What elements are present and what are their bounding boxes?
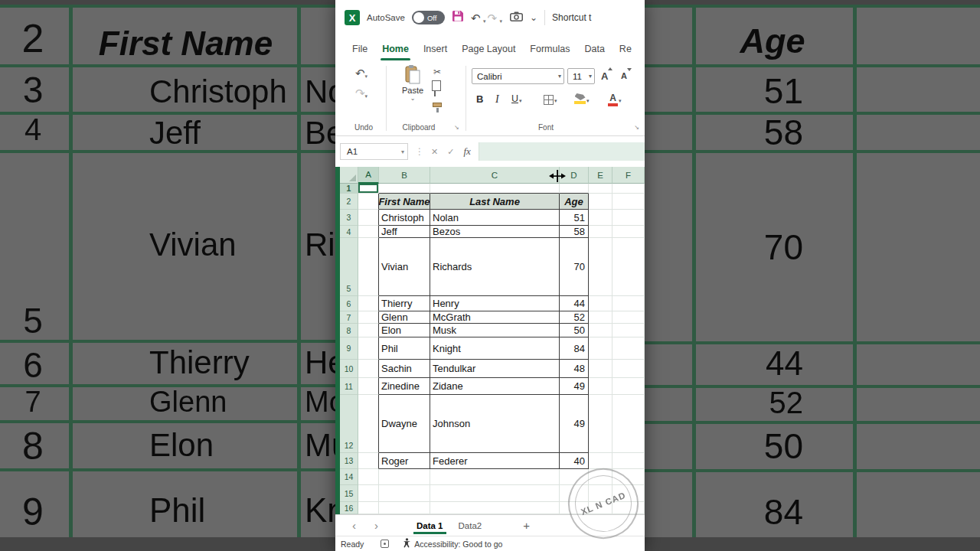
- cell-A14[interactable]: [358, 469, 379, 485]
- cell-E8[interactable]: [589, 324, 612, 337]
- increase-font-size-button[interactable]: A: [601, 70, 608, 82]
- column-header-A[interactable]: A: [358, 167, 379, 184]
- cell-B10[interactable]: Sachin: [379, 360, 430, 378]
- cell-A10[interactable]: [358, 360, 379, 378]
- tab-data[interactable]: Data: [584, 44, 604, 54]
- cell-D7[interactable]: 52: [560, 311, 589, 324]
- cell-B4[interactable]: Jeff: [379, 226, 430, 238]
- cell-C1[interactable]: [430, 184, 560, 194]
- row-header-9[interactable]: 9: [340, 337, 358, 360]
- cell-F10[interactable]: [612, 360, 645, 378]
- cut-icon[interactable]: ✂: [433, 67, 441, 77]
- row-header-6[interactable]: 6: [340, 296, 358, 311]
- cell-F4[interactable]: [612, 226, 645, 238]
- column-header-B[interactable]: B: [379, 167, 430, 184]
- cell-D14[interactable]: [560, 469, 589, 485]
- clipboard-dialog-launcher-icon[interactable]: ↘: [454, 124, 459, 131]
- shortcut-button[interactable]: Shortcut t: [552, 12, 591, 23]
- autosave-toggle[interactable]: Off: [412, 11, 445, 24]
- row-header-8[interactable]: 8: [340, 324, 358, 337]
- cell-B5[interactable]: Vivian: [379, 238, 430, 296]
- cell-E1[interactable]: [589, 184, 612, 194]
- enter-icon[interactable]: ✓: [447, 147, 454, 157]
- cell-C4[interactable]: Bezos: [430, 226, 560, 238]
- cell-F11[interactable]: [612, 378, 645, 395]
- cell-A13[interactable]: [358, 453, 379, 469]
- tab-formulas[interactable]: Formulas: [530, 44, 570, 54]
- cell-B1[interactable]: [379, 184, 430, 194]
- customize-toolbar-chevron-icon[interactable]: ⌄: [530, 12, 537, 23]
- cell-F13[interactable]: [612, 453, 645, 469]
- prev-sheet-icon[interactable]: ‹: [352, 520, 356, 531]
- formula-input[interactable]: [479, 142, 645, 161]
- cell-E6[interactable]: [589, 296, 612, 311]
- cell-A8[interactable]: [358, 324, 379, 337]
- cell-C7[interactable]: McGrath: [430, 311, 560, 324]
- tab-page-layout[interactable]: Page Layout: [462, 44, 515, 54]
- cell-A1[interactable]: [358, 184, 379, 194]
- cell-E4[interactable]: [589, 226, 612, 238]
- cell-E13[interactable]: [589, 453, 612, 469]
- row-header-10[interactable]: 10: [340, 360, 358, 378]
- cell-C2[interactable]: Last Name: [430, 194, 560, 210]
- cell-C9[interactable]: Knight: [430, 337, 560, 360]
- cell-D15[interactable]: [560, 485, 589, 502]
- macro-record-icon[interactable]: [381, 540, 389, 548]
- cell-B2[interactable]: First Name: [379, 194, 430, 210]
- cell-A9[interactable]: [358, 337, 379, 360]
- cell-A7[interactable]: [358, 311, 379, 324]
- fill-color-button[interactable]: ▾: [574, 93, 590, 110]
- tab-review[interactable]: Re: [619, 44, 632, 54]
- cell-A6[interactable]: [358, 296, 379, 311]
- cell-D6[interactable]: 44: [560, 296, 589, 311]
- cell-C11[interactable]: Zidane: [430, 378, 560, 395]
- cell-B15[interactable]: [379, 485, 430, 502]
- format-painter-icon[interactable]: [433, 99, 442, 107]
- cell-C5[interactable]: Richards: [430, 238, 560, 296]
- tab-home[interactable]: Home: [382, 44, 409, 54]
- copy-icon[interactable]: [433, 83, 436, 96]
- row-header-13[interactable]: 13: [340, 453, 358, 469]
- borders-button[interactable]: ▾: [544, 93, 557, 110]
- cell-A16[interactable]: [358, 502, 379, 514]
- cell-B9[interactable]: Phil: [379, 337, 430, 360]
- cell-C3[interactable]: Nolan: [430, 210, 560, 226]
- cell-F16[interactable]: [612, 502, 645, 514]
- row-header-15[interactable]: 15: [340, 485, 358, 502]
- cell-E3[interactable]: [589, 210, 612, 226]
- column-header-F[interactable]: F: [612, 167, 645, 184]
- name-box[interactable]: A1 ▾: [340, 143, 408, 160]
- row-header-12[interactable]: 12: [340, 395, 358, 453]
- excel-logo-icon[interactable]: X: [345, 10, 360, 25]
- row-header-5[interactable]: 5: [340, 238, 358, 296]
- cell-F5[interactable]: [612, 238, 645, 296]
- name-box-dropdown-icon[interactable]: ▾: [401, 148, 404, 155]
- cell-D3[interactable]: 51: [560, 210, 589, 226]
- paste-button[interactable]: Paste ⌄: [397, 64, 429, 102]
- decrease-font-size-button[interactable]: A: [621, 71, 627, 80]
- row-header-7[interactable]: 7: [340, 311, 358, 324]
- cell-B8[interactable]: Elon: [379, 324, 430, 337]
- cell-B16[interactable]: [379, 502, 430, 514]
- cell-C6[interactable]: Henry: [430, 296, 560, 311]
- font-name-combo[interactable]: Calibri▾: [472, 68, 564, 84]
- cell-D10[interactable]: 48: [560, 360, 589, 378]
- cell-F7[interactable]: [612, 311, 645, 324]
- cell-D12[interactable]: 49: [560, 395, 589, 453]
- cell-A4[interactable]: [358, 226, 379, 238]
- column-header-E[interactable]: E: [589, 167, 612, 184]
- redo-button-icon[interactable]: ↷▾: [355, 87, 368, 99]
- cell-C14[interactable]: [430, 469, 560, 485]
- cell-A5[interactable]: [358, 238, 379, 296]
- cell-E15[interactable]: [589, 485, 612, 502]
- cell-E16[interactable]: [589, 502, 612, 514]
- cell-C13[interactable]: Federer: [430, 453, 560, 469]
- undo-icon[interactable]: ↶▾: [471, 12, 481, 24]
- cell-B7[interactable]: Glenn: [379, 311, 430, 324]
- cell-F1[interactable]: [612, 184, 645, 194]
- row-header-2[interactable]: 2: [340, 194, 358, 210]
- sheet-tab-data2[interactable]: Data2: [451, 515, 490, 536]
- cell-A3[interactable]: [358, 210, 379, 226]
- font-dialog-launcher-icon[interactable]: ↘: [634, 124, 639, 131]
- cell-F8[interactable]: [612, 324, 645, 337]
